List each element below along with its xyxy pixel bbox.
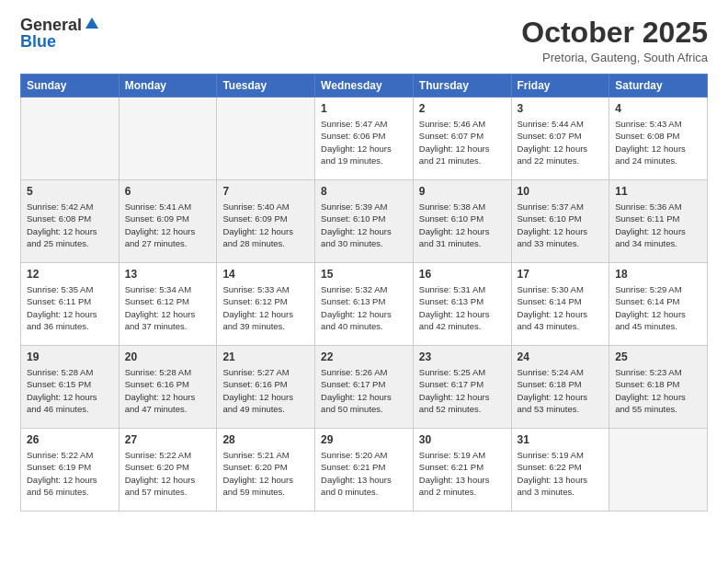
day-number: 3 — [518, 102, 604, 115]
day-info: Sunrise: 5:46 AM Sunset: 6:07 PM Dayligh… — [419, 118, 506, 167]
calendar-cell: 18Sunrise: 5:29 AM Sunset: 6:14 PM Dayli… — [609, 263, 708, 346]
day-number: 18 — [615, 268, 701, 281]
calendar-cell: 11Sunrise: 5:36 AM Sunset: 6:11 PM Dayli… — [609, 180, 708, 263]
day-info: Sunrise: 5:36 AM Sunset: 6:11 PM Dayligh… — [615, 201, 701, 249]
day-info: Sunrise: 5:19 AM Sunset: 6:21 PM Dayligh… — [419, 449, 506, 498]
day-info: Sunrise: 5:27 AM Sunset: 6:16 PM Dayligh… — [222, 366, 309, 415]
calendar-cell: 6Sunrise: 5:41 AM Sunset: 6:09 PM Daylig… — [119, 180, 217, 263]
day-number: 7 — [222, 185, 309, 198]
weekday-header-friday: Friday — [511, 75, 609, 98]
day-info: Sunrise: 5:24 AM Sunset: 6:18 PM Dayligh… — [518, 366, 604, 415]
calendar-cell: 10Sunrise: 5:37 AM Sunset: 6:10 PM Dayli… — [511, 180, 609, 263]
day-info: Sunrise: 5:28 AM Sunset: 6:15 PM Dayligh… — [27, 366, 113, 415]
day-number: 20 — [125, 350, 211, 363]
day-info: Sunrise: 5:31 AM Sunset: 6:13 PM Dayligh… — [419, 283, 506, 332]
calendar-cell: 7Sunrise: 5:40 AM Sunset: 6:09 PM Daylig… — [217, 180, 315, 263]
day-number: 21 — [222, 350, 309, 363]
calendar-cell: 1Sunrise: 5:47 AM Sunset: 6:06 PM Daylig… — [315, 98, 414, 180]
calendar-week-2: 12Sunrise: 5:35 AM Sunset: 6:11 PM Dayli… — [21, 263, 708, 346]
calendar-cell: 25Sunrise: 5:23 AM Sunset: 6:18 PM Dayli… — [609, 346, 708, 429]
day-info: Sunrise: 5:35 AM Sunset: 6:11 PM Dayligh… — [27, 283, 113, 332]
day-info: Sunrise: 5:32 AM Sunset: 6:13 PM Dayligh… — [321, 283, 407, 332]
weekday-header-sunday: Sunday — [21, 75, 119, 98]
calendar-cell: 16Sunrise: 5:31 AM Sunset: 6:13 PM Dayli… — [413, 263, 511, 346]
calendar-cell: 24Sunrise: 5:24 AM Sunset: 6:18 PM Dayli… — [511, 346, 609, 429]
day-info: Sunrise: 5:37 AM Sunset: 6:10 PM Dayligh… — [518, 201, 604, 249]
calendar-week-1: 5Sunrise: 5:42 AM Sunset: 6:08 PM Daylig… — [21, 180, 708, 263]
calendar-week-0: 1Sunrise: 5:47 AM Sunset: 6:06 PM Daylig… — [21, 98, 708, 180]
day-info: Sunrise: 5:22 AM Sunset: 6:19 PM Dayligh… — [27, 449, 113, 498]
day-info: Sunrise: 5:42 AM Sunset: 6:08 PM Dayligh… — [27, 201, 113, 249]
weekday-header-row: SundayMondayTuesdayWednesdayThursdayFrid… — [21, 75, 708, 98]
day-info: Sunrise: 5:41 AM Sunset: 6:09 PM Dayligh… — [125, 201, 211, 249]
day-info: Sunrise: 5:26 AM Sunset: 6:17 PM Dayligh… — [321, 366, 407, 415]
calendar-week-3: 19Sunrise: 5:28 AM Sunset: 6:15 PM Dayli… — [21, 346, 708, 429]
calendar-cell: 4Sunrise: 5:43 AM Sunset: 6:08 PM Daylig… — [609, 98, 708, 180]
day-number: 22 — [321, 350, 407, 363]
day-number: 29 — [321, 433, 407, 446]
day-info: Sunrise: 5:23 AM Sunset: 6:18 PM Dayligh… — [615, 366, 701, 415]
calendar-cell: 26Sunrise: 5:22 AM Sunset: 6:19 PM Dayli… — [21, 429, 119, 511]
svg-marker-0 — [85, 17, 98, 29]
logo-icon — [84, 16, 100, 32]
day-info: Sunrise: 5:33 AM Sunset: 6:12 PM Dayligh… — [222, 283, 309, 332]
calendar-title: October 2025 — [521, 17, 708, 49]
day-number: 30 — [419, 433, 506, 446]
title-section: October 2025 Pretoria, Gauteng, South Af… — [521, 17, 708, 64]
calendar-cell — [119, 98, 217, 180]
day-number: 10 — [518, 185, 604, 198]
day-number: 24 — [518, 350, 604, 363]
calendar-cell: 27Sunrise: 5:22 AM Sunset: 6:20 PM Dayli… — [119, 429, 217, 511]
logo-blue: Blue — [20, 33, 56, 50]
day-number: 5 — [27, 185, 113, 198]
day-number: 11 — [615, 185, 701, 198]
calendar-cell: 2Sunrise: 5:46 AM Sunset: 6:07 PM Daylig… — [413, 98, 511, 180]
calendar-cell: 28Sunrise: 5:21 AM Sunset: 6:20 PM Dayli… — [217, 429, 315, 511]
day-number: 8 — [321, 185, 407, 198]
day-info: Sunrise: 5:20 AM Sunset: 6:21 PM Dayligh… — [321, 449, 407, 498]
calendar-cell: 9Sunrise: 5:38 AM Sunset: 6:10 PM Daylig… — [413, 180, 511, 263]
calendar-cell: 30Sunrise: 5:19 AM Sunset: 6:21 PM Dayli… — [413, 429, 511, 511]
day-number: 19 — [27, 350, 113, 363]
calendar-cell: 19Sunrise: 5:28 AM Sunset: 6:15 PM Dayli… — [21, 346, 119, 429]
day-number: 17 — [518, 268, 604, 281]
calendar-cell — [21, 98, 119, 180]
day-number: 2 — [419, 102, 506, 115]
day-info: Sunrise: 5:43 AM Sunset: 6:08 PM Dayligh… — [615, 118, 701, 167]
day-info: Sunrise: 5:19 AM Sunset: 6:22 PM Dayligh… — [518, 449, 604, 498]
day-info: Sunrise: 5:29 AM Sunset: 6:14 PM Dayligh… — [615, 283, 701, 332]
day-info: Sunrise: 5:40 AM Sunset: 6:09 PM Dayligh… — [222, 201, 309, 249]
weekday-header-thursday: Thursday — [413, 75, 511, 98]
weekday-header-wednesday: Wednesday — [315, 75, 414, 98]
calendar-week-4: 26Sunrise: 5:22 AM Sunset: 6:19 PM Dayli… — [21, 429, 708, 511]
day-number: 28 — [222, 433, 309, 446]
calendar-cell — [609, 429, 708, 511]
day-number: 16 — [419, 268, 506, 281]
day-info: Sunrise: 5:30 AM Sunset: 6:14 PM Dayligh… — [518, 283, 604, 332]
day-info: Sunrise: 5:28 AM Sunset: 6:16 PM Dayligh… — [125, 366, 211, 415]
day-info: Sunrise: 5:38 AM Sunset: 6:10 PM Dayligh… — [419, 201, 506, 249]
calendar-cell: 21Sunrise: 5:27 AM Sunset: 6:16 PM Dayli… — [217, 346, 315, 429]
day-number: 23 — [419, 350, 506, 363]
calendar-cell: 22Sunrise: 5:26 AM Sunset: 6:17 PM Dayli… — [315, 346, 414, 429]
calendar-cell: 23Sunrise: 5:25 AM Sunset: 6:17 PM Dayli… — [413, 346, 511, 429]
calendar-cell: 3Sunrise: 5:44 AM Sunset: 6:07 PM Daylig… — [511, 98, 609, 180]
day-number: 14 — [222, 268, 309, 281]
day-number: 1 — [321, 102, 407, 115]
calendar-subtitle: Pretoria, Gauteng, South Africa — [521, 51, 708, 64]
calendar-cell: 5Sunrise: 5:42 AM Sunset: 6:08 PM Daylig… — [21, 180, 119, 263]
day-info: Sunrise: 5:25 AM Sunset: 6:17 PM Dayligh… — [419, 366, 506, 415]
day-info: Sunrise: 5:22 AM Sunset: 6:20 PM Dayligh… — [125, 449, 211, 498]
day-number: 27 — [125, 433, 211, 446]
calendar-cell: 15Sunrise: 5:32 AM Sunset: 6:13 PM Dayli… — [315, 263, 414, 346]
day-info: Sunrise: 5:39 AM Sunset: 6:10 PM Dayligh… — [321, 201, 407, 249]
day-number: 26 — [27, 433, 113, 446]
calendar-cell: 20Sunrise: 5:28 AM Sunset: 6:16 PM Dayli… — [119, 346, 217, 429]
calendar-cell: 12Sunrise: 5:35 AM Sunset: 6:11 PM Dayli… — [21, 263, 119, 346]
day-info: Sunrise: 5:34 AM Sunset: 6:12 PM Dayligh… — [125, 283, 211, 332]
header: General Blue October 2025 Pretoria, Gaut… — [20, 17, 708, 64]
day-info: Sunrise: 5:21 AM Sunset: 6:20 PM Dayligh… — [222, 449, 309, 498]
day-number: 15 — [321, 268, 407, 281]
logo-general: General — [20, 17, 82, 33]
day-number: 9 — [419, 185, 506, 198]
